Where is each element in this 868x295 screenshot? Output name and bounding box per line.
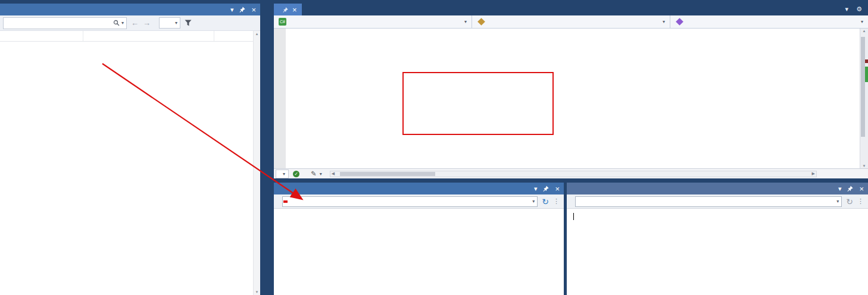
search-prev-icon[interactable]: ← bbox=[131, 18, 139, 27]
type-dropdown[interactable]: ▾ bbox=[472, 15, 670, 28]
csharp-project-icon: C# bbox=[279, 18, 286, 26]
chevron-down-icon[interactable]: ▾ bbox=[121, 20, 124, 26]
close-icon[interactable]: × bbox=[859, 185, 864, 193]
text-cursor bbox=[573, 213, 574, 220]
code-annotation-box bbox=[402, 72, 554, 135]
toolbar-overflow-icon[interactable]: ⋮ bbox=[553, 197, 560, 205]
close-icon[interactable]: × bbox=[555, 185, 560, 193]
editor-navigation-bar: C# ▾ ▾ ▾ bbox=[274, 15, 868, 29]
search-depth-select[interactable]: ▾ bbox=[159, 17, 180, 29]
close-icon[interactable]: × bbox=[251, 6, 256, 14]
refresh-icon[interactable]: ↻ bbox=[846, 197, 853, 206]
scrollbar-thumb[interactable] bbox=[861, 37, 865, 137]
member-dropdown[interactable]: ▾ bbox=[670, 15, 868, 28]
pin-icon[interactable] bbox=[847, 186, 853, 192]
scrollbar-breakpoint-mark bbox=[865, 59, 868, 63]
check-icon: ✓ bbox=[293, 171, 299, 177]
scroll-down-icon[interactable]: ▼ bbox=[255, 290, 259, 294]
breakpoint-margin[interactable] bbox=[274, 29, 286, 168]
memory2-panel: ▾ × ▾ ↻ ⋮ bbox=[567, 183, 868, 295]
memory2-toolbar: ▾ ↻ ⋮ bbox=[567, 194, 868, 209]
memory1-address-value bbox=[283, 200, 288, 203]
method-icon bbox=[676, 18, 683, 26]
filter-icon[interactable] bbox=[185, 20, 192, 26]
tab-memorytestingcases[interactable]: × bbox=[274, 4, 302, 15]
toolbar-overflow-icon[interactable]: ⋮ bbox=[857, 197, 864, 205]
search-input[interactable] bbox=[4, 19, 111, 27]
search-icon bbox=[113, 20, 120, 26]
chevron-down-icon: ▾ bbox=[861, 19, 863, 24]
memory1-titlebar: ▾ × bbox=[274, 183, 564, 194]
pin-icon[interactable] bbox=[239, 7, 245, 12]
editor-status-bar: ▾ ✓ ✎ ▾ ◀ ▶ bbox=[274, 168, 868, 178]
scroll-right-icon[interactable]: ▶ bbox=[812, 171, 815, 177]
window-position-icon[interactable]: ▾ bbox=[230, 7, 234, 13]
chevron-down-icon: ▾ bbox=[663, 19, 665, 24]
chevron-down-icon: ▾ bbox=[464, 19, 467, 24]
watch-header-row bbox=[0, 31, 253, 42]
watch-titlebar: ▾ × bbox=[0, 4, 260, 15]
document-health-indicator[interactable]: ✓ bbox=[289, 171, 307, 177]
watch-scrollbar[interactable]: ▲ ▼ bbox=[253, 31, 260, 295]
chevron-down-icon: ▾ bbox=[320, 171, 322, 177]
class-icon bbox=[477, 18, 485, 26]
scroll-down-icon[interactable]: ▼ bbox=[860, 164, 868, 168]
scrollbar-change-mark bbox=[865, 67, 868, 82]
code-lines bbox=[274, 29, 860, 30]
column-header-type[interactable] bbox=[214, 31, 253, 41]
search-box[interactable]: ▾ bbox=[3, 17, 127, 29]
search-next-icon[interactable]: → bbox=[143, 18, 151, 27]
code-editor[interactable]: ▲ ▼ bbox=[274, 29, 868, 168]
vs-debugger-window: ▾ × ▾ ← → ▾ bbox=[0, 0, 868, 295]
editor-panel: × ▾ ⚙ C# ▾ ▾ ▾ bbox=[274, 4, 868, 178]
memory1-panel: ▾ × ▾ ↻ ⋮ bbox=[274, 183, 564, 295]
code-cleanup-button[interactable]: ✎ ▾ bbox=[307, 170, 326, 178]
memory2-address-combo[interactable]: ▾ bbox=[575, 196, 842, 207]
column-header-value[interactable] bbox=[83, 31, 214, 41]
watch-panel: ▾ × ▾ ← → ▾ bbox=[0, 4, 260, 295]
scrollbar-thumb[interactable] bbox=[340, 172, 435, 176]
chevron-down-icon[interactable]: ▾ bbox=[845, 5, 849, 13]
chevron-down-icon: ▾ bbox=[283, 171, 285, 177]
document-tabstrip: × ▾ ⚙ bbox=[274, 4, 868, 15]
window-position-icon[interactable]: ▾ bbox=[838, 186, 842, 192]
editor-horizontal-scrollbar[interactable]: ◀ ▶ bbox=[330, 171, 817, 177]
column-header-name[interactable] bbox=[0, 31, 83, 41]
memory2-content[interactable] bbox=[567, 209, 868, 295]
memory2-titlebar: ▾ × bbox=[567, 183, 868, 194]
memory1-toolbar: ▾ ↻ ⋮ bbox=[274, 194, 564, 209]
close-icon[interactable]: × bbox=[292, 5, 297, 14]
chevron-down-icon: ▾ bbox=[175, 20, 177, 26]
pen-icon: ✎ bbox=[311, 170, 317, 178]
chevron-down-icon[interactable]: ▾ bbox=[836, 199, 841, 204]
project-dropdown[interactable]: C# ▾ bbox=[274, 15, 472, 28]
refresh-icon[interactable]: ↻ bbox=[542, 197, 549, 206]
memory1-content[interactable] bbox=[274, 209, 564, 295]
scroll-up-icon[interactable]: ▲ bbox=[860, 29, 868, 33]
editor-vertical-scrollbar[interactable]: ▲ ▼ bbox=[860, 29, 868, 168]
add-watch-row[interactable] bbox=[0, 42, 253, 52]
pin-icon[interactable] bbox=[543, 186, 549, 192]
zoom-select[interactable]: ▾ bbox=[276, 170, 289, 178]
memory1-address-combo[interactable]: ▾ bbox=[282, 196, 538, 207]
gear-icon[interactable]: ⚙ bbox=[856, 5, 862, 13]
pin-icon[interactable] bbox=[283, 7, 288, 12]
watch-search-bar: ▾ ← → ▾ bbox=[0, 15, 260, 31]
chevron-down-icon[interactable]: ▾ bbox=[532, 199, 537, 204]
scroll-left-icon[interactable]: ◀ bbox=[332, 171, 335, 177]
watch-body bbox=[0, 42, 253, 295]
scroll-up-icon[interactable]: ▲ bbox=[255, 32, 259, 36]
window-position-icon[interactable]: ▾ bbox=[534, 186, 538, 192]
